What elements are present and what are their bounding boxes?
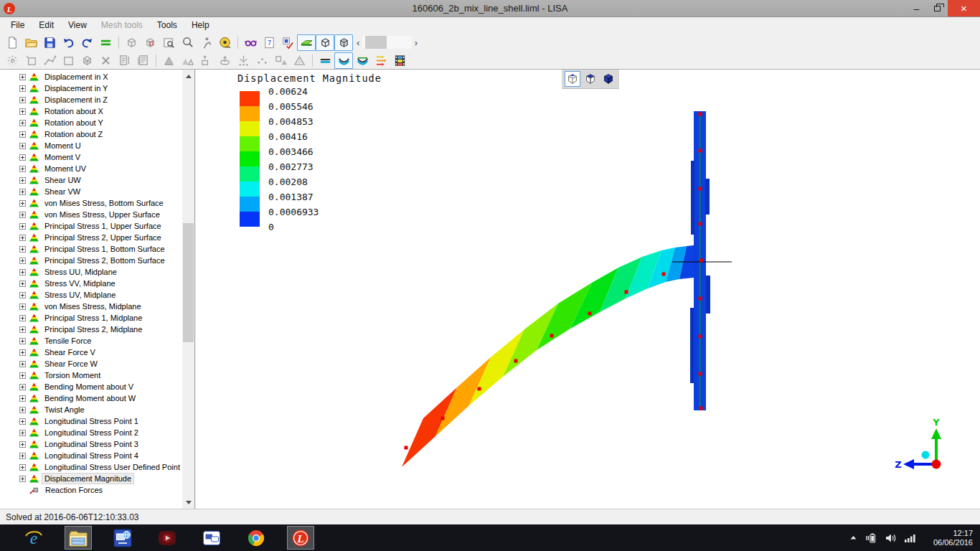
new-element-button[interactable] (22, 52, 40, 69)
expand-plus-icon[interactable] (19, 384, 26, 390)
time-step-slider[interactable]: ‹› (353, 34, 421, 51)
taskbar-internet-explorer[interactable]: e (20, 526, 47, 550)
quad-element-button[interactable] (59, 52, 77, 69)
expand-plus-icon[interactable] (19, 131, 26, 138)
tree-item[interactable]: Rotation about Z (0, 128, 182, 140)
element-list-button[interactable] (133, 52, 152, 69)
workplane-button[interactable] (278, 34, 297, 51)
battery-icon[interactable] (865, 532, 877, 544)
tree-item[interactable]: Shear UW (0, 174, 182, 186)
minimize-button[interactable]: – (906, 0, 927, 17)
renumber-nodes-button[interactable] (115, 52, 133, 69)
zoom-button[interactable] (178, 34, 197, 51)
expand-plus-icon[interactable] (19, 189, 26, 195)
tree-item[interactable]: Twist Angle (0, 404, 182, 415)
taskbar-chrome[interactable] (242, 526, 270, 550)
tree-item[interactable]: Displacement in X (0, 71, 182, 83)
expand-plus-icon[interactable] (19, 292, 26, 298)
split-elements-button[interactable] (178, 52, 197, 69)
extrude-button[interactable] (197, 52, 215, 69)
toolbar-button[interactable] (152, 52, 159, 69)
expand-plus-icon[interactable] (19, 166, 26, 172)
expand-plus-icon[interactable] (19, 85, 26, 92)
scroll-thumb[interactable] (183, 223, 194, 342)
tree-item[interactable]: Longitudinal Stress User Defined Point (0, 461, 182, 473)
close-button[interactable]: × (948, 0, 980, 17)
taskbar-remote-desktop[interactable] (109, 526, 136, 550)
taskbar-file-explorer[interactable] (65, 526, 92, 550)
measure-button[interactable] (215, 34, 234, 51)
viewport[interactable]: Y Z Displacement Magnitude 0.006240.0055… (196, 70, 980, 509)
expand-plus-icon[interactable] (19, 407, 26, 413)
tree-item[interactable]: Shear VW (0, 186, 182, 197)
outline-button[interactable] (290, 52, 308, 69)
animation-button[interactable] (390, 52, 409, 69)
menu-item[interactable]: Edit (32, 19, 61, 32)
expand-plus-icon[interactable] (19, 154, 26, 161)
tree-item[interactable]: Principal Stress 1, Upper Surface (0, 220, 182, 232)
expand-plus-icon[interactable] (19, 143, 26, 149)
tree-item[interactable]: Displacement in Z (0, 94, 182, 105)
tree-item[interactable]: Rotation about Y (0, 117, 182, 128)
view-hidden-line-cube-button[interactable] (583, 71, 598, 87)
isometric-view-button[interactable] (122, 34, 141, 51)
deformed-plus-undeformed-button[interactable] (353, 52, 372, 69)
menu-item[interactable]: File (4, 19, 32, 32)
menu-item[interactable]: View (61, 19, 94, 32)
network-signal-icon[interactable] (904, 532, 915, 544)
menu-item[interactable]: Tools (150, 19, 184, 32)
toolbar-button[interactable] (234, 34, 241, 51)
delete-button[interactable] (96, 52, 115, 69)
expand-plus-icon[interactable] (19, 223, 26, 230)
expand-plus-icon[interactable] (19, 418, 26, 425)
solve-button[interactable] (96, 34, 115, 51)
mirror-button[interactable] (271, 52, 290, 69)
tree-item[interactable]: Moment U (0, 140, 182, 151)
scroll-down-icon[interactable] (182, 496, 194, 509)
tree-item[interactable]: Principal Stress 2, Upper Surface (0, 232, 182, 243)
tree-item[interactable]: Displacement in Y (0, 83, 182, 94)
new-file-button[interactable] (3, 34, 22, 51)
expand-plus-icon[interactable] (19, 177, 26, 184)
expand-plus-icon[interactable] (19, 108, 26, 115)
element-grid-view-button[interactable] (334, 34, 353, 51)
tree-item[interactable]: Longitudinal Stress Point 1 (0, 415, 182, 427)
tree-item[interactable]: von Mises Stress, Bottom Surface (0, 197, 182, 209)
expand-plus-icon[interactable] (19, 453, 26, 459)
tree-item[interactable]: Principal Stress 1, Midplane (0, 312, 182, 324)
taskbar-clock[interactable]: 12:17 06/06/2016 (925, 529, 973, 547)
view-solid-cube-button[interactable] (600, 71, 616, 87)
expand-plus-icon[interactable] (19, 74, 26, 80)
zoom-window-button[interactable] (159, 34, 178, 51)
expand-plus-icon[interactable] (19, 303, 26, 310)
expand-plus-icon[interactable] (19, 349, 26, 356)
undeformed-view-button[interactable] (316, 52, 334, 69)
tree-item[interactable]: Shear Force V (0, 347, 182, 358)
tree-item[interactable]: Stress UV, Midplane (0, 289, 182, 301)
tree-item[interactable]: Longitudinal Stress Point 2 (0, 427, 182, 438)
expand-plus-icon[interactable] (19, 212, 26, 218)
maximize-restore-button[interactable] (927, 0, 948, 17)
deformation-scale-button[interactable] (372, 52, 390, 69)
view-open-cube-button[interactable] (565, 71, 580, 87)
shaded-view-button[interactable] (297, 34, 316, 51)
tree-item[interactable]: von Mises Stress, Midplane (0, 301, 182, 312)
menu-item[interactable]: Mesh tools (94, 19, 150, 32)
redo-button[interactable] (77, 34, 96, 51)
undo-button[interactable] (59, 34, 77, 51)
tree-item[interactable]: Longitudinal Stress Point 3 (0, 438, 182, 450)
expand-plus-icon[interactable] (19, 372, 26, 379)
anaglyph-view-button[interactable] (241, 34, 260, 51)
tree-item[interactable]: Bending Moment about W (0, 392, 182, 404)
tree-item[interactable]: von Mises Stress, Upper Surface (0, 209, 182, 220)
expand-plus-icon[interactable] (19, 235, 26, 241)
tree-item[interactable]: Stress UU, Midplane (0, 266, 182, 278)
tree-item[interactable]: Tensile Force (0, 335, 182, 347)
taskbar-lisa[interactable]: L (287, 526, 314, 550)
tree-item[interactable]: Rotation about X (0, 105, 182, 117)
pan-button[interactable] (197, 34, 215, 51)
expand-plus-icon[interactable] (19, 464, 26, 471)
expand-plus-icon[interactable] (19, 269, 26, 276)
toolbar-button[interactable] (308, 52, 316, 69)
save-button[interactable] (40, 34, 59, 51)
